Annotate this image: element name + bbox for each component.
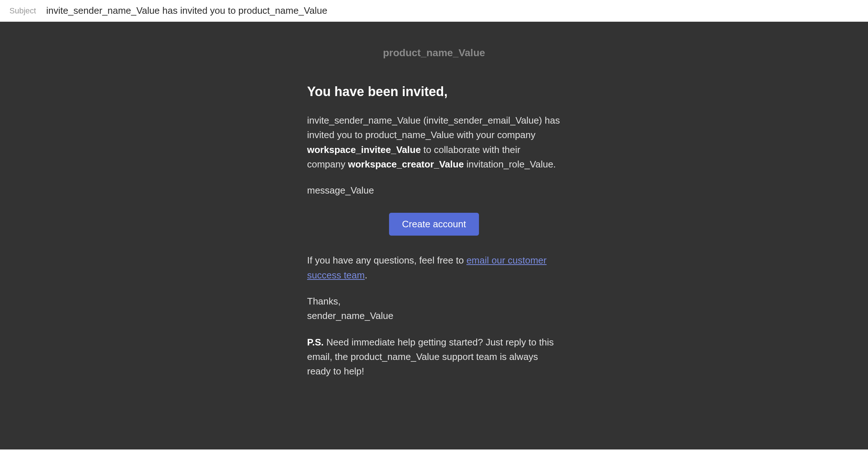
ps-label: P.S. (307, 337, 324, 348)
workspace-creator: workspace_creator_Value (348, 159, 464, 170)
cta-wrapper: Create account (307, 213, 561, 236)
subject-bar: Subject invite_sender_name_Value has inv… (0, 0, 868, 22)
workspace-invitee: workspace_invitee_Value (307, 144, 421, 155)
questions-suffix: . (365, 270, 367, 281)
postscript: P.S. Need immediate help getting started… (307, 335, 561, 379)
invitation-message: message_Value (307, 183, 561, 198)
create-account-button[interactable]: Create account (389, 213, 479, 236)
ps-text: Need immediate help getting started? Jus… (307, 337, 554, 377)
invitation-heading: You have been invited, (307, 84, 561, 99)
sender-name: sender_name_Value (307, 310, 393, 321)
email-container: product_name_Value You have been invited… (271, 36, 597, 379)
questions-paragraph: If you have any questions, feel free to … (307, 253, 561, 282)
product-name-header: product_name_Value (271, 36, 597, 84)
questions-prefix: If you have any questions, feel free to (307, 255, 466, 266)
subject-label: Subject (9, 6, 36, 16)
email-body: product_name_Value You have been invited… (0, 22, 868, 449)
intro-text-3: invitation_role_Value. (464, 159, 556, 170)
subject-text: invite_sender_name_Value has invited you… (46, 5, 327, 16)
invitation-intro: invite_sender_name_Value (invite_sender_… (307, 113, 561, 171)
email-content: You have been invited, invite_sender_nam… (271, 84, 597, 379)
intro-text-1: invite_sender_name_Value (invite_sender_… (307, 115, 560, 140)
thanks-text: Thanks, (307, 296, 341, 307)
signoff: Thanks, sender_name_Value (307, 294, 561, 323)
